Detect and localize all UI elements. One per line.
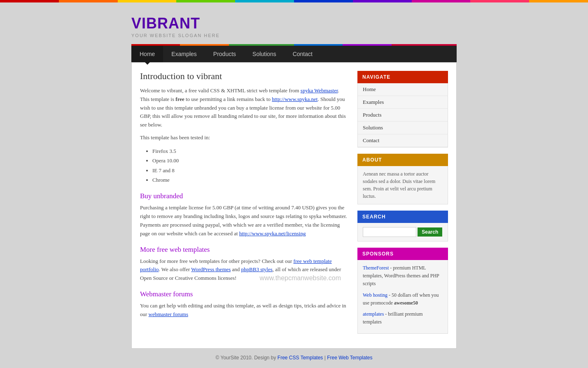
section3-paragraph: Looking for more free web templates for …	[140, 257, 349, 283]
list-item: IE 7 and 8	[152, 166, 349, 175]
main-layout: Introduction to vibrant Welcome to vibra…	[131, 62, 457, 349]
nav-home[interactable]: Home	[131, 46, 163, 62]
atemplates-link[interactable]: atemplates	[363, 311, 384, 317]
sidebar-item-solutions[interactable]: Solutions	[358, 122, 448, 134]
spyka-url-link[interactable]: http://www.spyka.net	[272, 96, 317, 102]
promo-code: awesome50	[394, 300, 418, 306]
section2-heading: Buy unbranded	[140, 192, 349, 200]
sponsor-3: atemplates - brilliant premium templates	[363, 310, 443, 326]
page-title: Introduction to vibrant	[140, 71, 349, 82]
sidebar-item-examples[interactable]: Examples	[358, 96, 448, 109]
footer: © YourSite 2010. Design by Free CSS Temp…	[131, 349, 457, 367]
footer-web-link[interactable]: Free Web Templates	[327, 355, 372, 361]
phpbb-link[interactable]: phpBB3 styles	[241, 266, 273, 272]
section4-paragraph: You can get help with editing and using …	[140, 302, 349, 319]
sidebar-item-products[interactable]: Products	[358, 109, 448, 122]
sidebar-search-header: SEARCH	[357, 211, 448, 223]
webhosting-link[interactable]: Web hosting	[363, 292, 387, 298]
list-item: Opera 10.00	[152, 156, 349, 165]
sidebar-sponsors-header: SPONSORS	[357, 248, 448, 260]
sidebar-about-text: Aenean nec massa a tortor auctor sodales…	[357, 166, 448, 204]
sidebar-nav-links: Home Examples Products Solutions Contact	[357, 83, 448, 148]
content-area: Introduction to vibrant Welcome to vibra…	[140, 71, 349, 323]
sidebar-sponsors-content: ThemeForest - premium HTML templates, Wo…	[357, 260, 448, 334]
nav-products[interactable]: Products	[205, 46, 244, 62]
sidebar-about-section: ABOUT Aenean nec massa a tortor auctor s…	[357, 154, 448, 204]
tested-intro: This template has been tested in:	[140, 134, 349, 142]
main-nav: Home Examples Products Solutions Contact	[131, 46, 457, 62]
sidebar-about-header: ABOUT	[357, 154, 448, 166]
section4-heading: Webmaster forums	[140, 290, 349, 298]
search-button[interactable]: Search	[418, 227, 442, 237]
footer-text: © YourSite 2010. Design by	[216, 355, 278, 361]
section3-heading: More free web templates	[140, 246, 349, 254]
spyka-link[interactable]: spyka Webmaster	[301, 87, 338, 94]
footer-css-link[interactable]: Free CSS Templates	[278, 355, 323, 361]
tested-list: Firefox 3.5 Opera 10.00 IE 7 and 8 Chrom…	[152, 146, 349, 185]
licensing-link[interactable]: http://www.spyka.net/licensing	[239, 230, 306, 237]
sidebar-navigate-header: NAVIGATE	[357, 71, 448, 83]
sponsor-1: ThemeForest - premium HTML templates, Wo…	[363, 264, 443, 288]
header: VIBRANT YOUR WEBSITE SLOGAN HERE	[131, 11, 457, 44]
search-input[interactable]	[363, 227, 416, 237]
section2-paragraph: Purchasing a template license for 5.00 G…	[140, 204, 349, 238]
sidebar-item-contact[interactable]: Contact	[358, 134, 448, 147]
nav-examples[interactable]: Examples	[163, 46, 205, 62]
site-slogan: YOUR WEBSITE SLOGAN HERE	[131, 33, 457, 38]
wp-themes-link[interactable]: WordPress themes	[191, 266, 231, 272]
site-title: VIBRANT	[131, 15, 457, 32]
sidebar-search-section: SEARCH Search	[357, 211, 448, 241]
intro-paragraph: Welcome to vibrant, a free valid CSS & X…	[140, 87, 349, 129]
free-bold: free	[175, 96, 184, 102]
list-item: Firefox 3.5	[152, 146, 349, 156]
portfolio-link[interactable]: free web template portfolio	[140, 258, 332, 273]
forums-link[interactable]: webmaster forums	[149, 311, 188, 317]
list-item: Chrome	[152, 175, 349, 185]
sidebar-item-home[interactable]: Home	[358, 83, 448, 96]
nav-contact[interactable]: Contact	[285, 46, 321, 62]
sponsor-2: Web hosting - 50 dollars off when you us…	[363, 291, 443, 307]
sidebar-navigate-section: NAVIGATE Home Examples Products Solution…	[357, 71, 448, 148]
nav-solutions[interactable]: Solutions	[244, 46, 285, 62]
sidebar-sponsors-section: SPONSORS ThemeForest - premium HTML temp…	[357, 248, 448, 334]
themeforest-link[interactable]: ThemeForest	[363, 265, 389, 271]
sidebar-search-box: Search	[357, 223, 448, 241]
sidebar: NAVIGATE Home Examples Products Solution…	[357, 71, 448, 340]
